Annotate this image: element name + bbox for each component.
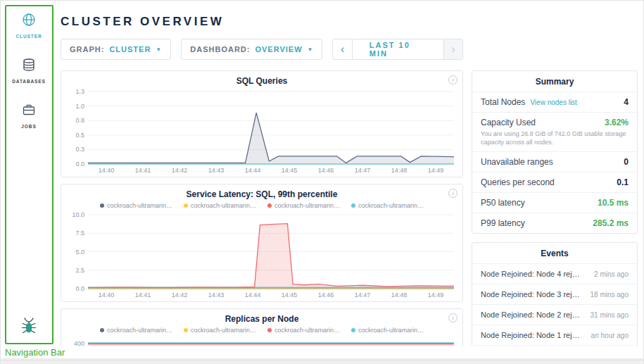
chart-title: SQL Queries	[61, 71, 462, 86]
svg-text:14:43: 14:43	[208, 291, 225, 299]
summary-title: Summary	[472, 71, 637, 92]
svg-text:0.0: 0.0	[75, 285, 84, 292]
sidebar-item-databases[interactable]: DATABASES	[12, 57, 46, 84]
dashboard-dropdown-value: OVERVIEW	[255, 45, 302, 54]
cockroachdb-logo[interactable]	[20, 317, 37, 339]
legend-label: cockroach-ultramarin…	[107, 202, 172, 209]
event-time: 31 mins ago	[591, 311, 629, 319]
legend-dot-icon	[267, 328, 272, 332]
legend-dot-icon	[184, 328, 188, 332]
svg-text:0.0: 0.0	[75, 161, 84, 168]
svg-text:14:45: 14:45	[282, 167, 298, 174]
service-latency-plot: 0.02.55.07.510.014:4014:4114:4214:4314:4…	[63, 211, 460, 302]
time-prev-button[interactable]: ‹	[333, 39, 352, 59]
legend-dot-icon	[184, 203, 188, 208]
sidebar-item-cluster[interactable]: CLUSTER	[16, 12, 42, 39]
total-nodes-label: Total Nodes	[481, 97, 525, 107]
sql-queries-chart-card: SQL Queries i 0.00.30.50.81.01.314:4014:…	[61, 70, 463, 177]
svg-text:5.0: 5.0	[75, 249, 84, 256]
svg-text:400: 400	[74, 340, 84, 346]
capacity-label: Capacity Used	[481, 118, 536, 127]
time-next-button[interactable]: ›	[443, 39, 462, 59]
summary-row-capacity: Capacity Used 3.62% You are using 26.8 G…	[472, 112, 637, 151]
svg-text:0.5: 0.5	[75, 132, 84, 139]
main-content: CLUSTER OVERVIEW GRAPH: CLUSTER ▼ DASHBO…	[61, 1, 463, 346]
event-time: 2 mins ago	[594, 270, 629, 278]
sidebar-item-label: JOBS	[21, 124, 36, 129]
row-label: Unavailable ranges	[481, 157, 553, 167]
total-nodes-value: 4	[624, 97, 629, 107]
legend-item[interactable]: cockroach-ultramarin…	[100, 327, 172, 334]
svg-text:14:44: 14:44	[245, 291, 261, 299]
legend-item[interactable]: cockroach-ultramarin…	[100, 202, 172, 209]
chart-title: Service Latency: SQL, 99th percentile	[61, 184, 462, 199]
event-text: Node Rejoined: Node 2 rej…	[481, 310, 580, 319]
row-label: P99 latency	[481, 218, 525, 228]
chart-legend: cockroach-ultramarin…cockroach-ultramari…	[61, 327, 462, 334]
legend-label: cockroach-ultramarin…	[358, 327, 424, 334]
legend-label: cockroach-ultramarin…	[358, 202, 424, 209]
service-latency-chart-card: Service Latency: SQL, 99th percentile i …	[61, 184, 463, 302]
bottom-scrollbar-strip[interactable]	[1, 358, 643, 363]
row-label: Queries per second	[481, 177, 555, 187]
dashboard-dropdown[interactable]: DASHBOARD: OVERVIEW ▼	[181, 39, 322, 60]
time-range-selector: ‹ LAST 10 MIN ›	[332, 39, 463, 60]
svg-text:14:48: 14:48	[391, 291, 408, 299]
summary-panel: Summary Total Nodes View nodes list 4 Ca…	[472, 70, 638, 234]
svg-text:14:46: 14:46	[318, 291, 334, 299]
legend-dot-icon	[100, 203, 104, 208]
info-icon[interactable]: i	[448, 189, 457, 198]
summary-row-unavailable-ranges: Unavailable ranges 0	[472, 151, 637, 172]
cluster-globe-icon	[21, 12, 37, 30]
svg-text:7.5: 7.5	[75, 230, 84, 237]
graph-dropdown[interactable]: GRAPH: CLUSTER ▼	[61, 39, 171, 60]
page-title: CLUSTER OVERVIEW	[61, 15, 463, 29]
legend-dot-icon	[267, 203, 272, 208]
row-value: 0	[624, 157, 629, 167]
replicas-per-node-plot: 40014:4014:4114:4214:4314:4414:4514:4614…	[63, 335, 460, 346]
svg-text:14:42: 14:42	[172, 167, 188, 174]
svg-text:14:44: 14:44	[245, 167, 261, 174]
svg-text:0.3: 0.3	[75, 146, 84, 153]
sidebar-item-jobs[interactable]: JOBS	[21, 102, 37, 129]
legend-label: cockroach-ultramarin…	[107, 327, 172, 334]
graph-dropdown-value: CLUSTER	[109, 45, 151, 54]
event-row: Node Rejoined: Node 3 rej… 18 mins ago	[472, 284, 637, 304]
events-title: Events	[472, 243, 637, 263]
view-nodes-list-link[interactable]: View nodes list	[530, 99, 577, 106]
dashboard-dropdown-label: DASHBOARD:	[190, 45, 250, 54]
svg-text:14:40: 14:40	[99, 291, 115, 299]
event-time: an hour ago	[591, 332, 629, 339]
svg-text:10.0: 10.0	[72, 211, 84, 218]
legend-item[interactable]: cockroach-ultramarin…	[267, 327, 340, 334]
event-text: Node Rejoined: Node 1 rej…	[481, 331, 580, 339]
chart-legend: cockroach-ultramarin…cockroach-ultramari…	[61, 202, 462, 209]
svg-text:14:47: 14:47	[355, 291, 371, 299]
legend-label: cockroach-ultramarin…	[274, 202, 340, 209]
events-panel: Events Node Rejoined: Node 4 rej… 2 mins…	[472, 242, 638, 346]
time-range-label[interactable]: LAST 10 MIN	[353, 39, 443, 59]
chevron-down-icon: ▼	[156, 46, 162, 53]
info-icon[interactable]: i	[448, 75, 457, 84]
info-icon[interactable]: i	[448, 313, 457, 322]
event-text: Node Rejoined: Node 3 rej…	[481, 290, 580, 299]
app-root: CLUSTER DATABASES	[0, 0, 644, 364]
summary-row-total-nodes: Total Nodes View nodes list 4	[472, 92, 637, 112]
svg-text:14:43: 14:43	[208, 167, 225, 174]
legend-item[interactable]: cockroach-ultramarin…	[351, 327, 424, 334]
legend-item[interactable]: cockroach-ultramarin…	[351, 202, 424, 209]
right-sidebar: Summary Total Nodes View nodes list 4 Ca…	[472, 70, 638, 346]
svg-text:14:46: 14:46	[318, 167, 334, 174]
legend-item[interactable]: cockroach-ultramarin…	[184, 327, 256, 334]
svg-text:0.8: 0.8	[75, 117, 84, 124]
legend-item[interactable]: cockroach-ultramarin…	[184, 202, 256, 209]
sidebar-item-label: DATABASES	[12, 79, 46, 84]
summary-row-p99-latency: P99 latency 285.2 ms	[472, 213, 637, 233]
legend-item[interactable]: cockroach-ultramarin…	[267, 202, 340, 209]
svg-text:14:49: 14:49	[428, 291, 444, 299]
chevron-down-icon: ▼	[308, 46, 314, 53]
legend-dot-icon	[351, 328, 355, 332]
svg-text:14:42: 14:42	[172, 291, 188, 299]
legend-dot-icon	[351, 203, 355, 208]
svg-text:2.5: 2.5	[75, 267, 84, 274]
